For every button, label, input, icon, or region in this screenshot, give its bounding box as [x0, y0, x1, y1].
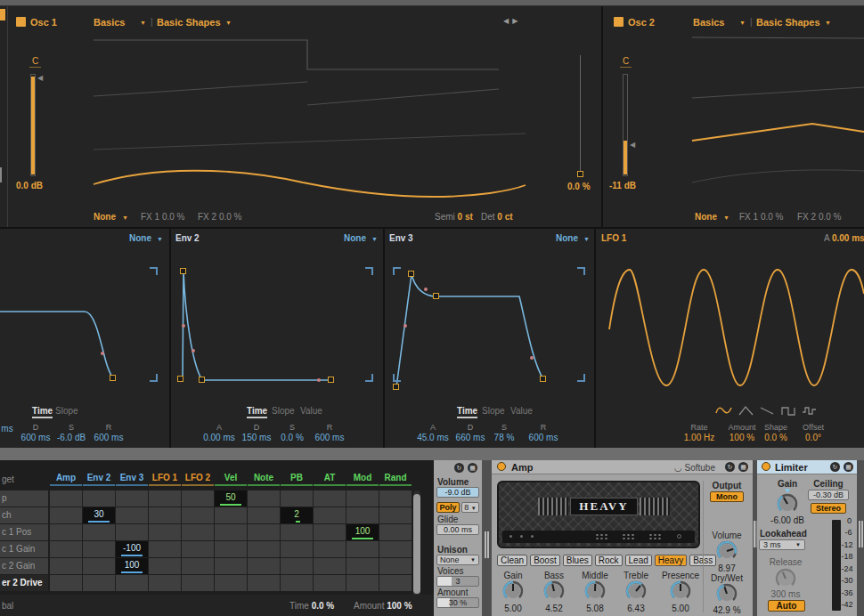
matrix-cell[interactable]	[346, 541, 379, 557]
matrix-cell[interactable]	[149, 490, 181, 507]
volume-value[interactable]: -9.0 dB	[436, 487, 479, 498]
matrix-cell[interactable]	[379, 541, 412, 557]
osc2-wavetable-display[interactable]	[602, 27, 864, 218]
device-separator[interactable]	[857, 460, 864, 616]
chevron-down-icon[interactable]: ▼	[739, 20, 746, 26]
matrix-cell[interactable]	[379, 507, 412, 523]
lfo-shape-sine-icon[interactable]	[715, 405, 733, 417]
amp-volume-knob[interactable]	[715, 539, 738, 563]
lfo-shape-square-icon[interactable]	[780, 405, 798, 417]
matrix-col-lfo2[interactable]: LFO 2	[182, 473, 214, 486]
limiter-device-toggle[interactable]	[762, 462, 770, 471]
lfo1-display[interactable]	[597, 258, 864, 401]
matrix-cell[interactable]	[281, 558, 313, 574]
env2-release-param[interactable]: R600 ms	[308, 423, 351, 442]
env3-start-handle[interactable]	[393, 384, 399, 390]
lfo1-rate-param[interactable]: Rate1.00 Hz	[680, 423, 719, 442]
matrix-cell[interactable]	[182, 558, 214, 574]
env2-attack-param[interactable]: A0.00 ms	[198, 423, 240, 442]
matrix-row-target[interactable]: c 1 Gain	[0, 541, 48, 557]
matrix-cell[interactable]: 50	[215, 490, 247, 507]
matrix-cell[interactable]	[149, 541, 181, 557]
matrix-cell[interactable]	[281, 541, 313, 557]
matrix-cell[interactable]	[149, 558, 181, 574]
env3-mod-source-select[interactable]: None	[556, 233, 578, 243]
chevron-down-icon[interactable]: ▼	[140, 20, 146, 26]
env3-curve-dot[interactable]	[530, 356, 534, 360]
matrix-col-rand[interactable]: Rand	[379, 473, 412, 486]
matrix-cell[interactable]: 2	[281, 507, 313, 523]
matrix-col-pb[interactable]: PB	[281, 473, 313, 486]
env3-display[interactable]	[385, 254, 595, 405]
matrix-cell[interactable]	[314, 558, 346, 574]
matrix-cell[interactable]	[314, 575, 346, 591]
env3-loop-bracket[interactable]	[393, 374, 401, 382]
matrix-cell[interactable]	[248, 558, 280, 574]
osc1-prev-next-icons[interactable]: ◀▶	[503, 17, 521, 25]
amp-titlebar[interactable]: Amp ◡ Softube ↻ ▦	[492, 460, 753, 474]
amp-output-mode-button[interactable]: Mono	[710, 491, 744, 502]
matrix-cell[interactable]	[83, 575, 115, 591]
env1-mod-source-select[interactable]: None	[129, 233, 151, 243]
osc1-toggle[interactable]	[16, 17, 26, 27]
env2-mod-source-select[interactable]: None	[344, 233, 366, 243]
matrix-cell[interactable]	[182, 575, 214, 591]
osc1-detune[interactable]: Det 0 ct	[481, 212, 513, 222]
hot-swap-icon[interactable]: ↻	[454, 463, 464, 473]
amp-drywet-knob[interactable]	[715, 582, 738, 605]
matrix-cell[interactable]	[50, 507, 82, 523]
env1-release-param[interactable]: R600 ms	[87, 423, 130, 442]
chevron-down-icon[interactable]: ▼	[225, 20, 232, 26]
matrix-cell[interactable]	[149, 524, 181, 540]
limiter-lookahead-select[interactable]: 3 ms ▼	[759, 539, 805, 550]
lfo1-attack[interactable]: A 0.00 ms	[824, 233, 864, 243]
env1-display[interactable]	[0, 254, 169, 405]
matrix-row-target[interactable]: ch	[0, 507, 48, 523]
matrix-cell[interactable]: -100	[116, 541, 148, 557]
osc2-toggle[interactable]	[614, 17, 624, 27]
matrix-row-target[interactable]: er 2 Drive	[0, 575, 48, 591]
chevron-down-icon[interactable]: ▼	[583, 236, 590, 242]
lfo-shape-random-icon[interactable]	[802, 405, 819, 417]
matrix-cell[interactable]	[314, 524, 346, 540]
env3-decay-param[interactable]: D660 ms	[451, 423, 490, 442]
env3-sustain-handle[interactable]	[433, 293, 439, 299]
env1-curve-dot[interactable]	[101, 352, 104, 355]
amp-preset-rock[interactable]: Rock	[595, 555, 623, 566]
env2-peak-handle[interactable]	[180, 268, 186, 274]
matrix-col-vel[interactable]: Vel	[215, 473, 247, 486]
env1-loop-bracket[interactable]	[150, 374, 158, 382]
env2-curve-dot[interactable]	[317, 378, 321, 382]
amp-preset-blues[interactable]: Blues	[563, 555, 592, 566]
matrix-col-env2[interactable]: Env 2	[83, 473, 115, 486]
matrix-cell[interactable]	[215, 524, 247, 540]
env1-loop-bracket[interactable]	[150, 267, 158, 275]
amp-device-toggle[interactable]	[497, 462, 506, 471]
matrix-cell[interactable]	[248, 524, 280, 540]
matrix-cell[interactable]	[248, 490, 280, 507]
osc1-semi[interactable]: Semi 0 st	[435, 212, 473, 222]
matrix-cell[interactable]	[182, 490, 214, 507]
env3-loop-bracket[interactable]	[393, 267, 401, 275]
matrix-cell[interactable]	[314, 507, 346, 523]
matrix-cell[interactable]	[116, 490, 148, 507]
limiter-gain-knob[interactable]	[775, 489, 800, 515]
glide-value[interactable]: 0.00 ms	[436, 524, 479, 535]
poly-voices-select[interactable]: 8 ▼	[461, 502, 479, 513]
amp-drywet-value[interactable]: 42.9 %	[707, 605, 746, 615]
env2-tab-slope[interactable]: Slope	[272, 406, 295, 416]
env1-decay-param[interactable]: D600 ms	[16, 423, 55, 442]
matrix-cell[interactable]	[281, 524, 313, 540]
amp-bass-knob[interactable]	[542, 580, 566, 603]
env2-loop-bracket[interactable]	[365, 267, 373, 275]
env3-curve-dot[interactable]	[403, 324, 407, 328]
matrix-cell[interactable]	[83, 490, 115, 507]
osc2-fx1[interactable]: FX 1 0.0 %	[739, 212, 783, 222]
env2-sustain-handle[interactable]	[199, 377, 205, 383]
hot-swap-icon[interactable]: ↻	[725, 462, 735, 472]
env1-sustain-param[interactable]: S-6.0 dB	[52, 423, 91, 442]
matrix-row-target[interactable]: p	[0, 490, 48, 507]
lfo1-shape-param[interactable]: Shape0.0 %	[757, 423, 795, 442]
chevron-down-icon[interactable]: ▼	[122, 215, 128, 221]
matrix-cell[interactable]	[281, 575, 313, 591]
